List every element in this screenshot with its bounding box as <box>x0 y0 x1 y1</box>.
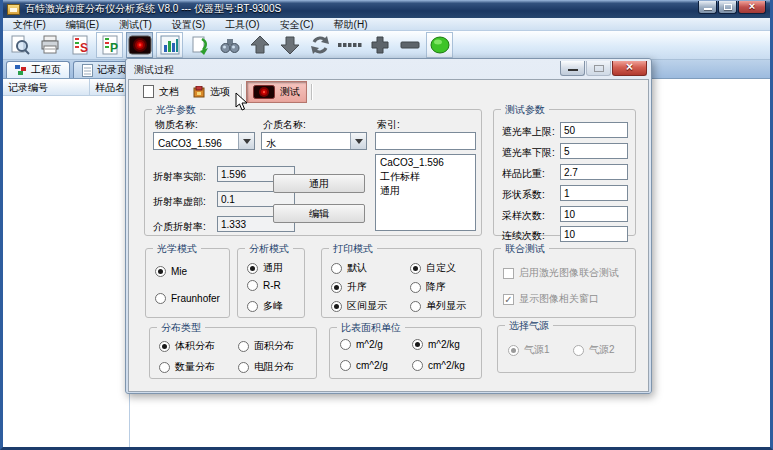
sampling-times-input[interactable] <box>560 206 628 222</box>
radio-icon <box>340 360 351 371</box>
menu-help[interactable]: 帮助(H) <box>324 18 378 31</box>
index-input[interactable] <box>375 132 476 150</box>
transfer-record-icon[interactable] <box>186 32 213 58</box>
radio-single-column[interactable]: 单列显示 <box>410 299 466 313</box>
column-header-record-id[interactable]: 记录编号 <box>3 79 90 96</box>
radio-rr[interactable]: R-R <box>247 280 281 291</box>
radio-label: 自定义 <box>426 261 456 275</box>
radio-volume-dist[interactable]: 体积分布 <box>159 339 215 353</box>
radio-label: 区间显示 <box>347 299 387 313</box>
minus-icon[interactable] <box>396 32 423 58</box>
plus-icon[interactable] <box>366 32 393 58</box>
sample-gravity-label: 样品比重: <box>502 167 545 181</box>
radio-default[interactable]: 默认 <box>331 261 367 275</box>
options-tab-button[interactable]: 选项 <box>186 81 237 103</box>
sampling-times-label: 采样次数: <box>502 209 545 223</box>
dialog-title-bar[interactable]: 测试过程 <box>128 61 649 79</box>
radio-resistance-dist[interactable]: 电阻分布 <box>238 360 294 374</box>
radio-gas1: 气源1 <box>508 343 550 357</box>
chart-icon[interactable] <box>156 32 183 58</box>
menu-settings[interactable]: 设置(S) <box>162 18 215 31</box>
radio-m2g[interactable]: m^2/g <box>340 339 383 350</box>
refr-imag-label: 折射率虚部: <box>153 195 206 209</box>
list-item[interactable]: CaCO3_1.596 <box>376 156 475 170</box>
shape-factor-input[interactable] <box>560 185 628 201</box>
menu-file[interactable]: 文件(F) <box>3 18 56 31</box>
menu-test[interactable]: 测试(T) <box>109 18 162 31</box>
main-toolbar: S P <box>3 31 770 60</box>
radio-area-dist[interactable]: 面积分布 <box>238 339 294 353</box>
shade-upper-input[interactable] <box>560 122 628 138</box>
medium-select[interactable]: 水 <box>261 132 367 150</box>
radio-icon <box>155 293 166 304</box>
list-item[interactable]: 通用 <box>376 184 475 198</box>
dialog-close-icon[interactable] <box>612 61 647 76</box>
radio-label: 电阻分布 <box>254 360 294 374</box>
radio-cm2kg[interactable]: cm^2/kg <box>412 360 465 371</box>
tab-project-page[interactable]: 工程页 <box>6 61 70 78</box>
doc-tab-button[interactable]: 文档 <box>136 81 186 103</box>
minimize-icon[interactable] <box>698 1 717 14</box>
mouse-cursor <box>235 92 249 112</box>
edit-button[interactable]: 编辑 <box>273 204 365 223</box>
search-binoculars-icon[interactable] <box>216 32 243 58</box>
radio-label: 默认 <box>347 261 367 275</box>
radio-cm2g[interactable]: cm^2/g <box>340 360 388 371</box>
radio-icon <box>238 362 249 373</box>
radio-m2kg[interactable]: m^2/kg <box>412 339 460 350</box>
laser-test-icon[interactable] <box>126 32 153 58</box>
radio-label: R-R <box>263 280 281 291</box>
common-button[interactable]: 通用 <box>273 174 365 193</box>
radio-ascending[interactable]: 升序 <box>331 280 367 294</box>
radio-icon <box>340 339 351 350</box>
sample-gravity-input[interactable] <box>560 164 628 180</box>
down-arrow-icon[interactable] <box>276 32 303 58</box>
svg-text:S: S <box>80 41 88 55</box>
radio-fraunhofer[interactable]: Fraunhofer <box>155 293 220 304</box>
menu-edit[interactable]: 编辑(E) <box>56 18 109 31</box>
index-label: 索引: <box>377 118 400 132</box>
continuous-times-input[interactable] <box>560 226 628 242</box>
radio-general[interactable]: 通用 <box>247 261 283 275</box>
radio-multipeak[interactable]: 多峰 <box>247 299 283 313</box>
up-arrow-icon[interactable] <box>246 32 273 58</box>
chevron-down-icon[interactable] <box>238 133 254 149</box>
report-s-icon[interactable]: S <box>66 32 93 58</box>
print-icon[interactable] <box>36 32 63 58</box>
group-title: 分布类型 <box>157 321 205 335</box>
material-select[interactable]: CaCO3_1.596 <box>153 132 255 150</box>
shade-lower-label: 遮光率下限: <box>502 146 555 160</box>
report-p-icon[interactable]: P <box>96 32 123 58</box>
radio-interval-display[interactable]: 区间显示 <box>331 299 387 313</box>
medium-label: 介质名称: <box>263 118 306 132</box>
tab-label: 记录页 <box>97 63 127 77</box>
radio-mie[interactable]: Mie <box>155 266 187 277</box>
menu-tools[interactable]: 工具(O) <box>215 18 269 31</box>
app-icon <box>7 4 20 15</box>
test-tab-button[interactable]: 测试 <box>246 81 307 103</box>
radio-custom[interactable]: 自定义 <box>410 261 456 275</box>
shade-lower-input[interactable] <box>560 143 628 159</box>
group-title: 分析模式 <box>245 242 293 256</box>
material-listbox[interactable]: CaCO3_1.596 工作标样 通用 <box>375 154 476 231</box>
radio-descending[interactable]: 降序 <box>410 280 446 294</box>
status-green-icon[interactable] <box>426 32 453 58</box>
dialog-toolbar: 文档 选项 测试 <box>129 80 648 103</box>
sync-icon[interactable] <box>306 32 333 58</box>
radio-number-dist[interactable]: 数量分布 <box>159 360 215 374</box>
preview-icon[interactable] <box>6 32 33 58</box>
title-bar[interactable]: 百特激光粒度分布仪分析系统 V8.0 --- 仪器型号:BT-9300S <box>3 0 770 18</box>
toolbar-separator <box>311 84 312 100</box>
checkbox-show-image-window: 显示图像相关窗口 <box>503 292 599 306</box>
baseline-icon[interactable] <box>336 32 363 58</box>
dialog-minimize-icon[interactable] <box>560 61 585 76</box>
radio-icon <box>155 266 166 277</box>
test-tab-label: 测试 <box>280 85 300 99</box>
chevron-down-icon[interactable] <box>350 133 366 149</box>
list-item[interactable]: 工作标样 <box>376 170 475 184</box>
menu-security[interactable]: 安全(C) <box>270 18 324 31</box>
close-icon[interactable] <box>738 1 766 14</box>
column-header-sample-name[interactable]: 样品名 <box>90 79 129 96</box>
dialog-content: 文档 选项 测试 光学参数 物质名称: CaC <box>128 79 649 392</box>
maximize-icon[interactable] <box>718 1 737 14</box>
